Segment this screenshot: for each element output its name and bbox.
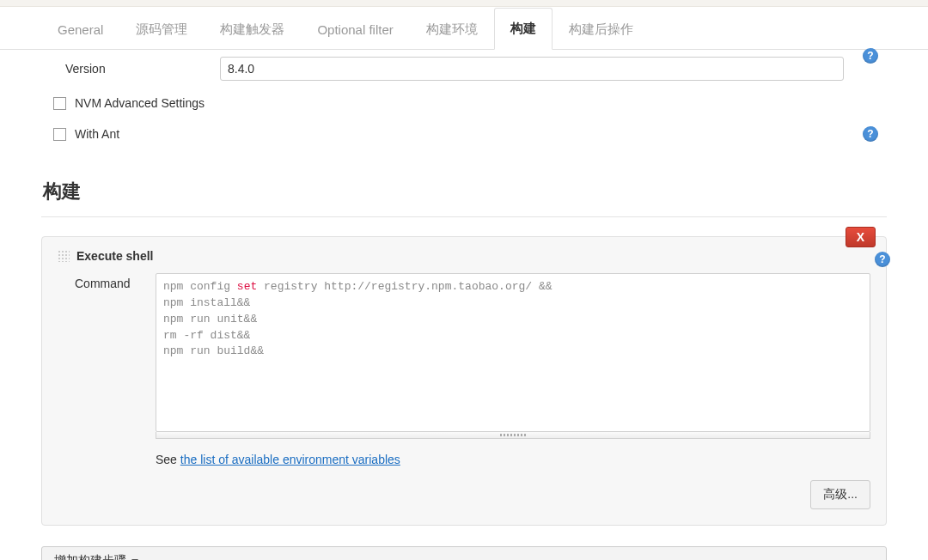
version-label: Version	[65, 62, 220, 76]
add-build-step-button[interactable]: 增加构建步骤	[41, 546, 887, 560]
advanced-button-label: 高级...	[823, 487, 858, 502]
tab-scm[interactable]: 源码管理	[119, 9, 204, 50]
tabs-bar: General 源码管理 构建触发器 Optional filter 构建环境 …	[0, 7, 928, 50]
with-ant-row: With Ant ?	[41, 119, 887, 149]
command-label: Command	[75, 273, 143, 509]
hint-prefix: See	[156, 453, 180, 466]
env-vars-link[interactable]: the list of available environment variab…	[180, 453, 400, 466]
tab-build-env[interactable]: 构建环境	[410, 9, 494, 50]
build-section-title: 构建	[41, 158, 887, 217]
add-build-step-label: 增加构建步骤	[54, 553, 126, 560]
advanced-button[interactable]: 高级...	[810, 480, 870, 509]
command-textarea[interactable]: npm config set registry http://registry.…	[156, 273, 870, 432]
nvm-advanced-label: NVM Advanced Settings	[75, 96, 205, 110]
nvm-advanced-checkbox[interactable]	[53, 97, 66, 110]
help-icon[interactable]: ?	[875, 252, 890, 267]
tab-general[interactable]: General	[41, 9, 119, 49]
with-ant-checkbox[interactable]	[53, 128, 66, 141]
delete-step-button[interactable]: X	[846, 227, 876, 247]
panel-header: Execute shell	[58, 249, 870, 273]
with-ant-label: With Ant	[75, 127, 119, 141]
execute-shell-panel: X Execute shell Command npm config set r…	[41, 236, 887, 526]
tab-build[interactable]: 构建	[494, 8, 553, 50]
nvm-advanced-row: NVM Advanced Settings	[41, 88, 887, 119]
env-vars-hint: See the list of available environment va…	[156, 439, 870, 466]
drag-handle-icon[interactable]	[58, 250, 70, 262]
version-input[interactable]	[220, 57, 844, 81]
help-icon[interactable]: ?	[863, 48, 878, 64]
content-area: Version ? NVM Advanced Settings With Ant…	[0, 50, 928, 560]
version-row: Version ?	[41, 50, 887, 88]
tab-optional-filter[interactable]: Optional filter	[301, 9, 409, 49]
tab-triggers[interactable]: 构建触发器	[204, 9, 301, 50]
top-bar	[0, 0, 928, 7]
panel-title: Execute shell	[76, 249, 154, 263]
help-icon[interactable]: ?	[863, 126, 878, 142]
resize-grip[interactable]	[156, 432, 870, 439]
tab-post-build[interactable]: 构建后操作	[553, 9, 650, 50]
